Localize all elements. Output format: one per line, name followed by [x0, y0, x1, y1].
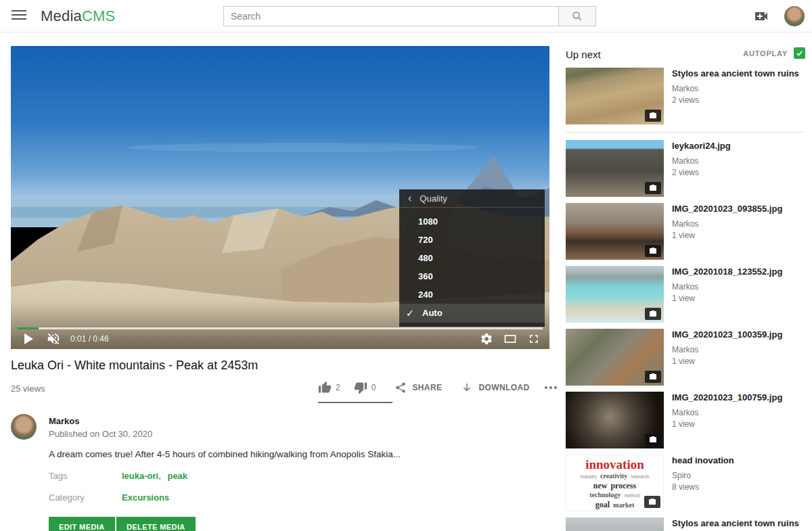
camera-icon [649, 310, 657, 318]
theater-mode-button[interactable] [503, 332, 517, 346]
up-next-item[interactable]: leykaori24.jpg Markos 2 views [566, 140, 805, 197]
menu-icon[interactable] [12, 10, 26, 22]
back-chevron-icon: ‹ [408, 192, 411, 204]
item-author: Markos [672, 84, 799, 93]
quality-option-240[interactable]: 240 [399, 285, 545, 304]
mute-button[interactable] [46, 331, 61, 346]
wordcloud-word: research [631, 474, 649, 479]
camera-icon [649, 112, 657, 120]
page-title: Leuka Ori - White mountains - Peak at 24… [11, 359, 258, 373]
quality-option-auto[interactable]: ✓ Auto [399, 304, 545, 323]
thumb-up-icon [318, 381, 332, 394]
item-title[interactable]: leykaori24.jpg [672, 141, 731, 152]
item-views: 2 views [672, 168, 731, 177]
fullscreen-icon [527, 332, 541, 346]
item-author: Markos [672, 219, 782, 229]
logo-cms: CMS [82, 7, 116, 24]
logo[interactable]: MediaCMS [41, 7, 115, 25]
up-next-item[interactable]: IMG_20201023_093855.jpg Markos 1 view [566, 203, 805, 260]
wordcloud-word: industry [580, 474, 597, 479]
more-options-button[interactable]: ••• [545, 382, 559, 393]
camera-icon [649, 373, 657, 381]
search-icon [571, 10, 583, 22]
edit-media-button[interactable]: EDIT MEDIA [49, 517, 115, 531]
play-button[interactable] [24, 333, 33, 344]
autoplay-toggle[interactable]: AUTOPLAY [743, 47, 805, 59]
up-next-item[interactable]: innovation industry creativity research … [566, 455, 805, 511]
item-title[interactable]: IMG_20201018_123552.jpg [672, 267, 782, 277]
tag-link-leuka-ori[interactable]: leuka-ori [122, 471, 158, 481]
logo-media: Media [41, 7, 82, 24]
video-thumbnail[interactable] [566, 68, 664, 124]
item-views: 1 view [672, 231, 782, 240]
video-thumbnail[interactable] [566, 266, 664, 323]
autoplay-checkbox[interactable] [794, 47, 805, 59]
quality-option-480[interactable]: 480 [399, 249, 545, 267]
more-icon: ••• [545, 382, 559, 393]
item-title[interactable]: head inovation [672, 455, 734, 466]
quality-menu-back[interactable]: ‹ Quality [399, 189, 545, 208]
fullscreen-button[interactable] [527, 332, 541, 346]
share-button[interactable]: SHARE [394, 382, 442, 394]
wordcloud-word: goal [595, 501, 610, 509]
item-title[interactable]: IMG_20201023_100759.jpg [672, 392, 782, 403]
item-author: Markos [672, 345, 782, 354]
item-views: 2 views [672, 95, 799, 105]
tag-separator: , [158, 471, 161, 481]
up-next-item[interactable]: IMG_20201018_123552.jpg Markos 1 view [566, 266, 805, 323]
item-author: Markos [672, 408, 782, 417]
user-avatar[interactable] [784, 6, 805, 26]
settings-button[interactable] [480, 332, 493, 346]
camera-icon [648, 498, 656, 506]
published-date: Published on Oct 30, 2020 [49, 429, 152, 439]
tags-label: Tags [49, 471, 67, 481]
video-player[interactable]: ‹ Quality 1080 720 480 360 240 ✓ Auto [11, 46, 549, 349]
volume-off-icon [46, 331, 61, 346]
video-thumbnail[interactable] [566, 140, 664, 197]
video-thumbnail[interactable] [566, 392, 664, 448]
search-button[interactable] [558, 6, 596, 26]
camera-icon [649, 184, 657, 192]
player-controls: 0:01 / 0:46 [11, 329, 549, 349]
quality-option-720[interactable]: 720 [399, 231, 545, 249]
wordcloud-word: new [593, 482, 608, 490]
video-thumbnail[interactable] [566, 517, 664, 531]
like-button[interactable]: 2 [318, 381, 340, 394]
category-link[interactable]: Excursions [122, 492, 169, 503]
author-avatar[interactable] [11, 414, 37, 440]
top-navbar: MediaCMS [0, 0, 812, 32]
dislike-button[interactable]: 0 [354, 381, 376, 394]
item-title[interactable]: IMG_20201023_100359.jpg [672, 329, 782, 340]
share-icon [394, 382, 407, 394]
check-icon: ✓ [406, 304, 418, 323]
item-views: 1 view [672, 356, 782, 366]
author-name[interactable]: Markos [49, 416, 80, 426]
wordcloud-word: process [610, 482, 636, 490]
autoplay-label: AUTOPLAY [743, 49, 788, 57]
item-title[interactable]: Stylos area ancient town ruins [672, 518, 799, 529]
item-title[interactable]: Stylos area ancient town ruins [672, 68, 799, 79]
wordcloud-word: method [624, 493, 639, 498]
item-title[interactable]: IMG_20201023_093855.jpg [672, 204, 782, 214]
wordcloud-word: creativity [600, 473, 627, 480]
quality-option-360[interactable]: 360 [399, 267, 545, 285]
wordcloud-word: market [613, 502, 634, 509]
video-thumbnail[interactable] [566, 329, 664, 386]
video-thumbnail[interactable] [566, 203, 664, 260]
gear-icon [480, 332, 493, 346]
search-input[interactable] [223, 6, 559, 26]
up-next-item[interactable]: IMG_20201023_100359.jpg Markos 1 view [566, 329, 805, 386]
tag-link-peak[interactable]: peak [167, 471, 187, 481]
up-next-item[interactable]: Stylos area ancient town ruins [566, 517, 805, 531]
download-button[interactable]: DOWNLOAD [461, 382, 529, 394]
quality-menu-title: Quality [420, 193, 447, 204]
upload-media-button[interactable] [752, 8, 770, 24]
theater-icon [503, 332, 517, 346]
quality-option-1080[interactable]: 1080 [399, 212, 545, 231]
delete-media-button[interactable]: DELETE MEDIA [116, 517, 196, 531]
video-thumbnail[interactable]: innovation industry creativity research … [566, 455, 664, 511]
item-author: Markos [672, 156, 731, 166]
up-next-item[interactable]: IMG_20201023_100759.jpg Markos 1 view [566, 392, 805, 448]
up-next-item[interactable]: Stylos area ancient town ruins Markos 2 … [566, 68, 805, 133]
tags-list: leuka-ori, peak [122, 471, 187, 481]
